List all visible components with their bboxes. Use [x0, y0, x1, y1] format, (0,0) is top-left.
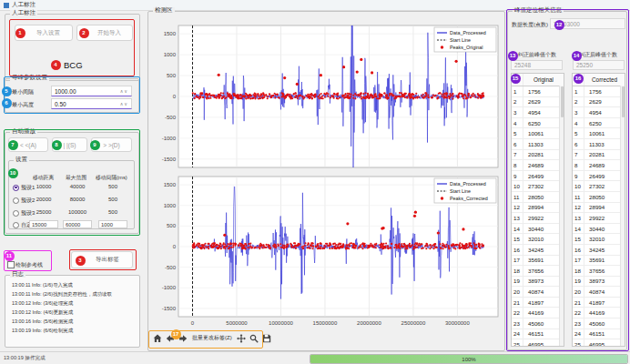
svg-text:-1000: -1000: [162, 285, 177, 290]
manual-group-title: 人工标注: [10, 10, 37, 16]
table-row[interactable]: 24 46151: [573, 329, 625, 340]
min-interval-spinbox[interactable]: 1000.00 ∧∨: [51, 86, 132, 96]
home-icon[interactable]: [152, 333, 162, 343]
table-row[interactable]: 9 26499: [573, 171, 625, 182]
table-row[interactable]: 8 24689: [512, 160, 564, 171]
table-row[interactable]: 17 35691: [573, 256, 625, 267]
table-row[interactable]: 1 1756: [573, 86, 625, 97]
pan-icon[interactable]: [237, 333, 247, 343]
table-scrollbar[interactable]: [620, 86, 625, 346]
table-row[interactable]: 1 1756: [512, 86, 564, 97]
table-row[interactable]: 20 40874: [573, 287, 625, 298]
annotation-badge-12: 12: [554, 20, 564, 30]
col-move-distance: 移动距离: [33, 174, 54, 182]
table-row[interactable]: 22 44169: [512, 308, 564, 318]
annotation-badge-3: 3: [76, 256, 86, 266]
step-forward-label: > >(D): [103, 142, 119, 148]
table-row[interactable]: 16 34245: [573, 245, 625, 256]
svg-text:20000000: 20000000: [357, 320, 381, 326]
preset-radio[interactable]: [13, 210, 19, 217]
table-row[interactable]: 18 37656: [512, 266, 564, 277]
table-row[interactable]: 21 41897: [573, 298, 625, 308]
preset-custom-input[interactable]: [29, 220, 58, 228]
peaks-table-corrected[interactable]: Corrected 1 1756 2 2629 3 4954 4 6250 5 …: [572, 73, 625, 347]
table-row[interactable]: 3 4954: [512, 107, 564, 118]
annotation-badge-10: 10: [8, 168, 18, 178]
table-row[interactable]: 22 44169: [573, 308, 625, 318]
table-row[interactable]: 2 2629: [512, 97, 564, 108]
svg-text:0: 0: [173, 94, 177, 99]
table-row[interactable]: 10 27302: [573, 181, 625, 192]
table-row[interactable]: 23 45060: [512, 318, 564, 329]
table-row[interactable]: 25 46995: [573, 339, 625, 347]
status-bar: 13:00:19 操作完成 100%: [0, 351, 630, 364]
table-row[interactable]: 16 34245: [512, 245, 564, 256]
log-lines[interactable]: 13:00:11 Info: (1/6)导入完成13:00:11 Info: (…: [12, 280, 112, 335]
table-row[interactable]: 7 20281: [512, 150, 564, 161]
svg-text:10000000: 10000000: [269, 320, 293, 326]
svg-text:25000000: 25000000: [401, 320, 426, 326]
table-row[interactable]: 5 10061: [512, 128, 564, 139]
table-row[interactable]: 25 46995: [512, 339, 564, 347]
table-row[interactable]: 14 30440: [573, 224, 625, 235]
table-row[interactable]: 8 24689: [573, 160, 625, 171]
min-height-spinbox[interactable]: 0.50 ∧∨: [51, 98, 132, 109]
table-row[interactable]: 23 45060: [573, 318, 625, 329]
reference-line-checkbox[interactable]: [7, 261, 15, 268]
table-row[interactable]: 5 10061: [573, 128, 625, 139]
table-row[interactable]: 19 38973: [573, 277, 625, 288]
table-row[interactable]: 13 29922: [573, 213, 625, 224]
table-row[interactable]: 7 20281: [573, 150, 625, 161]
table-row[interactable]: 3 4954: [573, 107, 625, 118]
table-row[interactable]: 6 11303: [512, 139, 564, 150]
table-scrollbar[interactable]: [559, 86, 564, 346]
table-row[interactable]: 14 30440: [512, 224, 564, 235]
preset-custom-input[interactable]: [98, 220, 127, 228]
signal-type-label: BCG: [64, 60, 83, 70]
reference-line-label: 绘制参考线: [15, 261, 43, 269]
table-row[interactable]: 12 28994: [573, 203, 625, 214]
table-row[interactable]: 11 28050: [573, 192, 625, 203]
preset-custom-input[interactable]: [63, 220, 92, 228]
spinner-arrows-icon[interactable]: ∧∨: [120, 88, 128, 94]
save-icon[interactable]: [262, 333, 272, 343]
table-row[interactable]: 20 40874: [512, 287, 564, 298]
table-row[interactable]: 4 6250: [573, 118, 625, 129]
svg-text:1000: 1000: [164, 203, 177, 208]
table-row[interactable]: 15 32010: [512, 234, 564, 245]
post-count-label: 纠正后峰值个数: [579, 51, 617, 59]
peaks-table-original[interactable]: Original 1 1756 2 2629 3 4954 4 6250 5 1…: [511, 73, 564, 347]
svg-text:-1000: -1000: [162, 136, 177, 141]
table-row[interactable]: 11 28050: [512, 192, 564, 203]
annotation-badge-15: 15: [511, 74, 521, 84]
preset-radio[interactable]: [13, 197, 19, 204]
log-line: 13:00:11 Info: (1/6)导入完成: [12, 280, 112, 289]
svg-text:30000000: 30000000: [445, 320, 470, 326]
preset-radio[interactable]: [13, 185, 19, 191]
table-row[interactable]: 17 35691: [512, 256, 564, 267]
signal-chart-top[interactable]: -1500 -1000 -500 0 500 1000 1500Data_Pro…: [151, 18, 503, 171]
table-row[interactable]: 10 27302: [512, 181, 564, 192]
table-row[interactable]: 13 29922: [512, 213, 564, 224]
table-row[interactable]: 6 11303: [573, 139, 625, 150]
table-row[interactable]: 18 37656: [573, 266, 625, 277]
preset-value: 100000: [63, 209, 92, 215]
table-row[interactable]: 21 41897: [512, 298, 564, 308]
import-settings-label: 导入设置: [36, 29, 60, 37]
table-row[interactable]: 9 26499: [512, 171, 564, 182]
table-row[interactable]: 19 38973: [512, 277, 564, 288]
table-row[interactable]: 15 32010: [573, 234, 625, 245]
table-row[interactable]: 4 6250: [512, 118, 564, 129]
table-row[interactable]: 12 28994: [512, 203, 564, 214]
zoom-icon[interactable]: [249, 333, 259, 343]
batch-edit-labels-button[interactable]: 批量更改标签(Z): [192, 334, 232, 342]
start-import-label: 开始导入: [97, 29, 121, 37]
table-row[interactable]: 24 46151: [512, 329, 564, 340]
signal-chart-bottom[interactable]: -1500 -1000 -500 0 500 1000 150005000000…: [151, 171, 503, 331]
annotation-badge-2: 2: [79, 28, 89, 38]
preset-radio[interactable]: [13, 222, 19, 228]
svg-text:1500: 1500: [164, 182, 177, 187]
table-row[interactable]: 2 2629: [573, 97, 625, 108]
svg-text:1000: 1000: [164, 52, 177, 57]
spinner-arrows-icon[interactable]: ∧∨: [120, 101, 128, 106]
